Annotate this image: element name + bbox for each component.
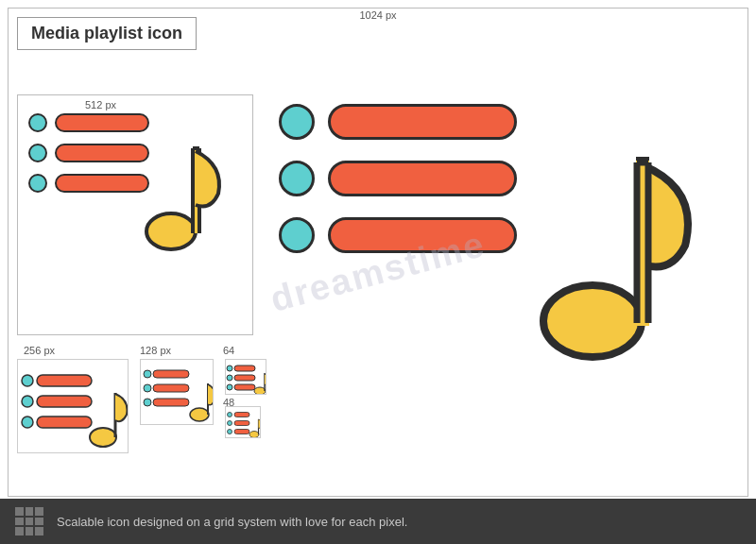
medium-icon [28, 113, 222, 302]
bar-3-large [328, 217, 517, 253]
bar-2-med [55, 144, 149, 162]
svg-point-44 [249, 432, 259, 438]
svg-rect-15 [37, 375, 92, 386]
svg-rect-35 [234, 384, 255, 390]
bar-1-large [328, 104, 517, 140]
svg-point-9 [146, 213, 196, 249]
svg-rect-39 [234, 413, 249, 417]
svg-point-24 [144, 384, 151, 392]
preview-64 [225, 359, 266, 395]
svg-point-32 [227, 375, 232, 381]
dot-1-large [279, 104, 315, 140]
svg-point-18 [22, 416, 33, 428]
svg-rect-25 [153, 384, 189, 392]
dim-label-1024: 1024 px [359, 9, 396, 21]
svg-point-16 [22, 396, 33, 407]
svg-rect-41 [234, 421, 249, 426]
large-icon [279, 94, 713, 425]
svg-point-26 [144, 399, 151, 406]
svg-point-0 [543, 285, 642, 357]
preview-256 [17, 359, 129, 453]
bar-3-med [55, 174, 149, 193]
svg-point-38 [228, 413, 232, 417]
bottom-bar: Scalable icon designed on a grid system … [0, 499, 756, 544]
preview-48 [225, 406, 261, 438]
svg-point-34 [227, 384, 232, 390]
grid-icon [15, 507, 43, 536]
svg-rect-27 [153, 399, 189, 406]
dot-2-large [279, 161, 315, 196]
svg-rect-43 [234, 430, 249, 434]
bar-1-med [55, 113, 149, 132]
dot-3-med [28, 174, 47, 193]
svg-point-14 [22, 375, 33, 386]
music-note-medium [137, 128, 232, 264]
svg-point-36 [254, 387, 266, 395]
svg-rect-31 [234, 366, 255, 371]
svg-point-42 [228, 430, 232, 434]
svg-point-20 [90, 428, 116, 447]
svg-rect-33 [234, 375, 255, 381]
svg-point-28 [190, 408, 209, 421]
dot-3-large [279, 217, 315, 253]
svg-rect-19 [37, 416, 92, 428]
svg-point-22 [144, 370, 151, 378]
svg-point-30 [227, 366, 232, 371]
dim-label-256: 256 px [24, 345, 55, 356]
svg-rect-17 [37, 396, 92, 407]
dot-1-med [28, 113, 47, 132]
bottom-text: Scalable icon designed on a grid system … [57, 515, 407, 529]
dot-2-med [28, 144, 47, 162]
preview-128 [140, 359, 214, 425]
svg-point-40 [228, 421, 232, 426]
music-note-large [524, 113, 713, 378]
dim-label-64: 64 [223, 345, 234, 356]
svg-rect-23 [153, 370, 189, 378]
dim-label-128: 128 px [140, 345, 171, 356]
bar-2-large [328, 161, 517, 196]
dim-label-512: 512 px [85, 99, 116, 110]
